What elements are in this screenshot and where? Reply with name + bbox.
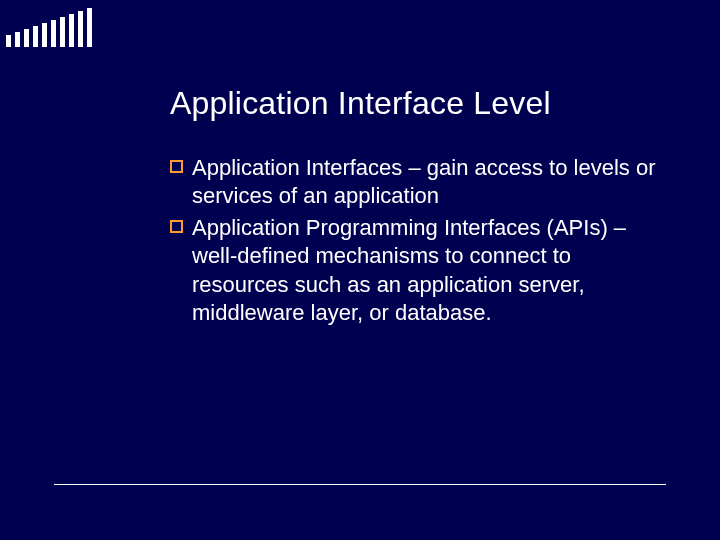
slide-content: Application Interface Level Application … <box>170 85 660 331</box>
horizontal-rule <box>54 484 666 485</box>
slide-title: Application Interface Level <box>170 85 660 122</box>
square-bullet-icon <box>170 220 183 233</box>
decorative-comb <box>6 8 92 47</box>
bullet-list: Application Interfaces – gain access to … <box>170 154 660 327</box>
list-item: Application Interfaces – gain access to … <box>170 154 660 210</box>
bullet-text: Application Interfaces – gain access to … <box>192 155 655 208</box>
bullet-text: Application Programming Interfaces (APIs… <box>192 215 626 324</box>
square-bullet-icon <box>170 160 183 173</box>
list-item: Application Programming Interfaces (APIs… <box>170 214 660 327</box>
